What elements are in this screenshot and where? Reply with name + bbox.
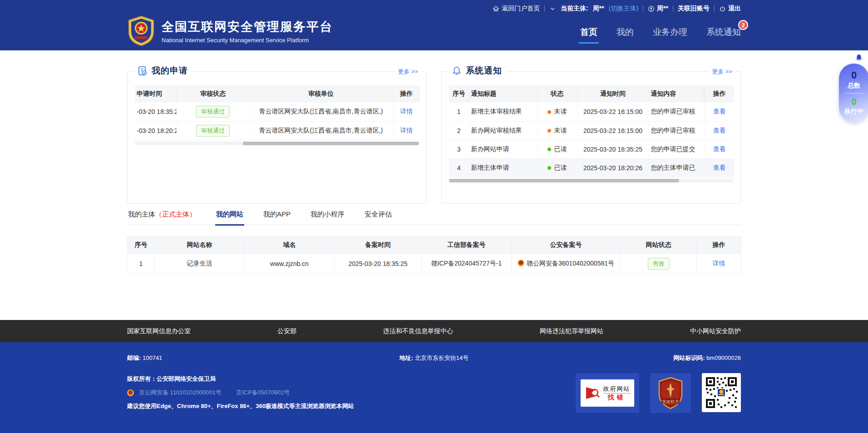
psb-record-link[interactable]: 京公网安备 11010102000001号 — [139, 389, 222, 397]
tab-my-subject[interactable]: 我的主体（正式主体） — [127, 210, 197, 225]
entity-tabs: 我的主体（正式主体） 我的网站 我的APP 我的小程序 安全评估 — [127, 210, 741, 225]
footer-link-report-center[interactable]: 违法和不良信息举报中心 — [383, 327, 453, 335]
footer-links-bar: 国家互联网信息办公室 公安部 违法和不良信息举报中心 网络违法犯罪举报网站 中小… — [0, 320, 868, 342]
view-link[interactable]: 查看 — [713, 164, 726, 171]
status-badge-passed: 审核通过 — [196, 106, 230, 118]
logout-button[interactable]: 退出 — [719, 5, 741, 13]
col-site-status: 网站状态 — [621, 236, 697, 254]
icp-record-link[interactable]: 京ICP备05070602号 — [236, 389, 290, 397]
scrollbar-thumb[interactable] — [243, 142, 419, 145]
footer-link-cac[interactable]: 国家互联网信息办公室 — [127, 327, 191, 335]
police-badge-logo-icon — [127, 15, 155, 46]
view-link[interactable]: 查看 — [713, 127, 726, 134]
switch-subject-link[interactable]: (切换主体) — [609, 5, 638, 13]
nav-item-notifications[interactable]: 系统通知 2 — [706, 26, 741, 43]
cell-record-time: 2025-03-20 18:35:25 — [335, 254, 422, 274]
col-review-status: 审核状态 — [177, 85, 249, 103]
current-subject-label: 当前主体: — [561, 5, 588, 13]
bell-icon — [452, 66, 462, 76]
back-portal-home-label: 返回门户首页 — [502, 5, 540, 13]
col-review-unit: 审核单位 — [249, 85, 393, 103]
footer-link-sme-protection[interactable]: 中小网站安全防护 — [690, 327, 741, 335]
nav-item-mine[interactable]: 我的 — [616, 26, 634, 43]
detail-link[interactable]: 详情 — [400, 108, 413, 115]
footer-link-mps[interactable]: 公安部 — [277, 327, 296, 335]
cell-index: 2 — [449, 121, 469, 140]
cell-title: 新增主体申请 — [469, 158, 537, 177]
notifications-more-link[interactable]: 更多 >> — [708, 68, 736, 76]
cell-content: 您的主体申请已 — [649, 158, 705, 177]
nav-item-home[interactable]: 首页 — [580, 26, 597, 43]
cell-icp-number: 赣ICP备2024045727号-1 — [422, 254, 512, 274]
cell-domain: www.zjznb.cn — [245, 254, 335, 274]
divider — [844, 93, 863, 93]
page-title: 全国互联网安全管理服务平台 — [162, 19, 333, 35]
qr-code-icon — [705, 376, 738, 409]
page-subtitle: National Internet Security Management Se… — [162, 37, 333, 44]
home-icon — [493, 5, 499, 12]
table-row[interactable]: 4 新增主体申请 已读 2025-03-20 18:20:26 您的主体申请已 … — [449, 158, 734, 177]
police-badge-icon — [518, 260, 524, 266]
status-text: 未读 — [554, 108, 567, 115]
tab-my-app[interactable]: 我的APP — [262, 210, 291, 225]
cell-index: 4 — [449, 158, 469, 177]
nav-item-business[interactable]: 业务办理 — [653, 26, 687, 43]
detail-link[interactable]: 详情 — [713, 260, 725, 267]
applications-more-link[interactable]: 更多 >> — [394, 68, 422, 76]
table-row[interactable]: 1 新增主体审核结果 未读 2025-03-22 16:15:00 您的申请已审… — [449, 103, 734, 121]
scrollbar-thumb[interactable] — [449, 179, 679, 182]
view-link[interactable]: 查看 — [713, 145, 726, 153]
table-row[interactable]: 1 记录生活 www.zjznb.cn 2025-03-20 18:35:25 … — [128, 254, 741, 274]
status-badge-passed: 审核通过 — [196, 125, 230, 137]
cell-content: 您的申请已审核 — [649, 103, 705, 121]
applications-table: 申请时间 审核状态 审核单位 操作 -03-20 18:35:25 审核通过 青… — [135, 85, 420, 140]
horizontal-scrollbar[interactable] — [135, 142, 419, 145]
table-row[interactable]: -03-20 18:20:26 审核通过 青云谱区网安大队(江西省,南昌市,青云… — [135, 121, 420, 140]
user-menu[interactable]: 周** — [648, 5, 668, 13]
divider — [544, 5, 545, 12]
col-record-time: 备案时间 — [335, 236, 422, 254]
footer: 国家互联网信息办公室 公安部 违法和不良信息举报中心 网络违法犯罪举报网站 中小… — [0, 320, 868, 433]
cell-time: 2025-03-20 18:20:26 — [577, 158, 649, 177]
col-action: 操作 — [705, 85, 734, 103]
table-row[interactable]: 2 新办网站审核结果 未读 2025-03-22 16:15:00 您的申请已审… — [449, 121, 734, 140]
footer-link-cybercrime-report[interactable]: 网络违法犯罪举报网站 — [540, 327, 603, 335]
tab-security-assessment[interactable]: 安全评估 — [364, 210, 393, 225]
find-error-line1: 政府网站 — [603, 385, 631, 394]
current-subject-value: 周** — [593, 5, 604, 13]
status-text: 已读 — [554, 145, 567, 153]
party-shield-icon: 党政机关 — [657, 377, 684, 409]
back-portal-home-link[interactable]: 返回门户首页 — [493, 5, 540, 13]
panel-title: 我的申请 — [152, 65, 188, 77]
link-old-account[interactable]: 关联旧账号 — [678, 5, 710, 13]
cell-title: 新增主体审核结果 — [469, 103, 537, 121]
running-label: 执行中 — [839, 107, 868, 116]
cell-index: 1 — [128, 254, 155, 274]
table-header-row: 申请时间 审核状态 审核单位 操作 — [135, 85, 420, 103]
task-status-capsule[interactable]: 0 总数 0 执行中 — [839, 64, 868, 123]
table-row[interactable]: 3 新办网站申请 已读 2025-03-20 18:35:25 您的申请已提交 … — [449, 140, 734, 158]
tab-my-website[interactable]: 我的网站 — [215, 210, 244, 226]
power-icon — [719, 5, 726, 12]
col-icp-number: 工信部备案号 — [422, 236, 512, 254]
cell-time: 2025-03-22 16:15:00 — [577, 121, 649, 140]
table-row[interactable]: -03-20 18:35:25 审核通过 青云谱区网安大队(江西省,南昌市,青云… — [135, 103, 420, 121]
nav-item-notifications-label: 系统通知 — [706, 27, 741, 37]
table-header-row: 序号 网站名称 域名 备案时间 工信部备案号 公安备案号 网站状态 操作 — [128, 236, 741, 254]
tab-my-miniprogram[interactable]: 我的小程序 — [310, 210, 345, 225]
chevron-down-icon[interactable] — [549, 5, 556, 12]
cell-time: 2025-03-20 18:35:25 — [577, 140, 649, 158]
my-applications-panel: 我的申请 更多 >> 申请时间 审核状态 审核单位 操作 -03-20 18:3… — [127, 71, 427, 204]
view-link[interactable]: 查看 — [713, 108, 726, 115]
doc-check-icon — [138, 66, 148, 76]
horizontal-scrollbar[interactable] — [449, 179, 733, 182]
task-status-widget[interactable]: 0 总数 0 执行中 — [839, 54, 868, 123]
detail-link[interactable]: 详情 — [400, 127, 413, 134]
cell-index: 1 — [449, 103, 469, 121]
bell-icon[interactable] — [854, 54, 863, 63]
footer-info: 邮编: 100741 地址: 北京市东长安街14号 网站标识码: bm09000… — [0, 342, 868, 433]
col-action: 操作 — [697, 236, 741, 254]
cell-review-unit: 青云谱区网安大队(江西省,南昌市,青云谱区,) — [249, 121, 393, 140]
gov-site-find-error-badge[interactable]: 政府网站 找错 — [576, 373, 639, 413]
party-gov-org-badge[interactable]: 党政机关 — [650, 373, 691, 413]
